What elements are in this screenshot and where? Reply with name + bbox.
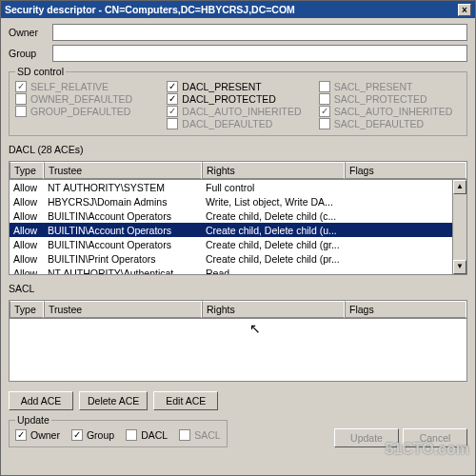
dacl-list[interactable]: Type Trustee Rights Flags AllowNT AUTHOR… (9, 161, 467, 275)
checkbox-icon[interactable] (71, 429, 83, 441)
close-icon[interactable]: × (458, 4, 471, 16)
scroll-up-icon[interactable]: ▲ (453, 180, 466, 194)
table-row[interactable]: AllowHBYCRSJ\Domain AdminsWrite, List ob… (10, 194, 466, 208)
checkbox-icon[interactable] (126, 429, 137, 441)
sacl-col-trustee[interactable]: Trustee (44, 301, 202, 318)
sd-control-legend: SD control (15, 66, 66, 77)
sacl-col-rights[interactable]: Rights (202, 301, 345, 318)
sacl-heading: SACL (9, 283, 467, 294)
cell: BUILTIN\Account Operators (44, 210, 202, 222)
owner-label: Owner (9, 27, 47, 38)
titlebar: Security descriptor - CN=Computers,DC=HB… (1, 1, 475, 18)
checkbox-icon (167, 118, 178, 129)
cell: Allow (10, 253, 44, 265)
checkbox-icon[interactable] (15, 429, 27, 441)
table-row[interactable]: AllowBUILTIN\Account OperatorsCreate chi… (10, 237, 466, 251)
update-group: Update OwnerGroupDACLSACL (9, 414, 228, 447)
sd-label: SELF_RELATIVE (30, 81, 109, 92)
update-label: Owner (30, 429, 60, 441)
dacl-col-rights[interactable]: Rights (202, 162, 345, 179)
sd-dacl_protected[interactable]: DACL_PROTECTED (167, 93, 308, 105)
sd-label: SACL_PRESENT (334, 81, 413, 92)
checkbox-icon (15, 93, 27, 105)
sd-label: SACL_AUTO_INHERITED (334, 106, 453, 117)
checkbox-icon[interactable] (167, 81, 178, 92)
cell: BUILTIN\Print Operators (44, 253, 202, 265)
sd-owner_defaulted: OWNER_DEFAULTED (15, 93, 157, 105)
sd-label: GROUP_DEFAULTED (30, 106, 130, 117)
checkbox-icon (15, 106, 27, 117)
scroll-down-icon[interactable]: ▼ (453, 260, 466, 274)
cell: Allow (10, 268, 44, 275)
cell: BUILTIN\Account Operators (44, 225, 202, 236)
update-dacl[interactable]: DACL (126, 429, 168, 441)
security-descriptor-window: Security descriptor - CN=Computers,DC=HB… (0, 0, 476, 476)
update-button[interactable]: Update (334, 428, 399, 447)
cell: Read (202, 268, 345, 275)
sd-sacl_protected: SACL_PROTECTED (319, 93, 461, 105)
sd-label: DACL_DEFAULTED (182, 118, 272, 129)
owner-input[interactable] (52, 24, 467, 41)
checkbox-icon (319, 93, 330, 105)
sd-control-group: SD control SELF_RELATIVEDACL_PRESENTSACL… (9, 66, 467, 136)
table-row[interactable]: AllowNT AUTHORITY\Authenticat...Read (10, 266, 466, 274)
update-owner[interactable]: Owner (15, 429, 60, 441)
dacl-col-trustee[interactable]: Trustee (44, 162, 202, 179)
sd-group_defaulted: GROUP_DEFAULTED (15, 106, 157, 117)
cancel-button[interactable]: Cancel (403, 428, 467, 447)
dacl-col-flags[interactable]: Flags (345, 162, 466, 179)
checkbox-icon (179, 429, 190, 441)
cell: Create child, Delete child (c... (202, 210, 345, 222)
cell: Create child, Delete child (u... (202, 225, 345, 236)
table-row[interactable]: AllowBUILTIN\Account OperatorsCreate chi… (10, 208, 466, 223)
cell: Allow (10, 239, 44, 250)
cell: HBYCRSJ\Domain Admins (44, 196, 202, 208)
sd-sacl_auto_inherited: SACL_AUTO_INHERITED (319, 106, 461, 117)
sd-label: SACL_DEFAULTED (334, 118, 424, 129)
checkbox-icon (319, 118, 330, 129)
window-title: Security descriptor - CN=Computers,DC=HB… (5, 4, 295, 15)
sacl-col-type[interactable]: Type (10, 301, 44, 318)
checkbox-icon[interactable] (167, 93, 178, 105)
sd-label: DACL_AUTO_INHERITED (182, 106, 301, 117)
cell: Allow (10, 210, 44, 222)
sd-label: DACL_PROTECTED (182, 93, 276, 105)
group-input[interactable] (52, 45, 467, 62)
sd-sacl_defaulted: SACL_DEFAULTED (319, 118, 461, 129)
cell: Create child, Delete child (gr... (202, 239, 345, 250)
table-row[interactable]: AllowBUILTIN\Print OperatorsCreate child… (10, 251, 466, 266)
checkbox-icon (319, 81, 330, 92)
sd-sacl_present: SACL_PRESENT (319, 81, 461, 92)
update-label: SACL (194, 429, 220, 441)
sacl-col-flags[interactable]: Flags (345, 301, 466, 318)
sd-label: SACL_PROTECTED (334, 93, 427, 105)
cell: Write, List object, Write DA... (202, 196, 345, 208)
cell: Allow (10, 196, 44, 208)
sd-dacl_present[interactable]: DACL_PRESENT (167, 81, 308, 92)
sd-label: DACL_PRESENT (182, 81, 261, 92)
sd-dacl_auto_inherited: DACL_AUTO_INHERITED (167, 106, 308, 117)
update-group[interactable]: Group (71, 429, 114, 441)
cell: NT AUTHORITY\SYSTEM (44, 182, 202, 193)
table-row[interactable]: AllowBUILTIN\Account OperatorsCreate chi… (10, 223, 466, 237)
checkbox-icon (319, 106, 330, 117)
cell: Allow (10, 182, 44, 193)
checkbox-icon (15, 81, 27, 92)
checkbox-icon (167, 106, 178, 117)
edit-ace-button[interactable]: Edit ACE (153, 391, 218, 410)
dacl-heading: DACL (28 ACEs) (9, 144, 467, 155)
update-sacl: SACL (179, 429, 220, 441)
sacl-list[interactable]: Type Trustee Rights Flags (9, 300, 467, 382)
cell: BUILTIN\Account Operators (44, 239, 202, 250)
add-ace-button[interactable]: Add ACE (9, 391, 73, 410)
cell: Allow (10, 225, 44, 236)
group-label: Group (9, 48, 47, 59)
cell: NT AUTHORITY\Authenticat... (44, 268, 202, 275)
delete-ace-button[interactable]: Delete ACE (79, 391, 148, 410)
cell: Full control (202, 182, 345, 193)
dacl-scrollbar[interactable]: ▲ ▼ (452, 180, 466, 274)
dacl-col-type[interactable]: Type (10, 162, 44, 179)
table-row[interactable]: AllowNT AUTHORITY\SYSTEMFull control (10, 180, 466, 194)
sd-dacl_defaulted: DACL_DEFAULTED (167, 118, 308, 129)
update-label: Group (87, 429, 114, 441)
